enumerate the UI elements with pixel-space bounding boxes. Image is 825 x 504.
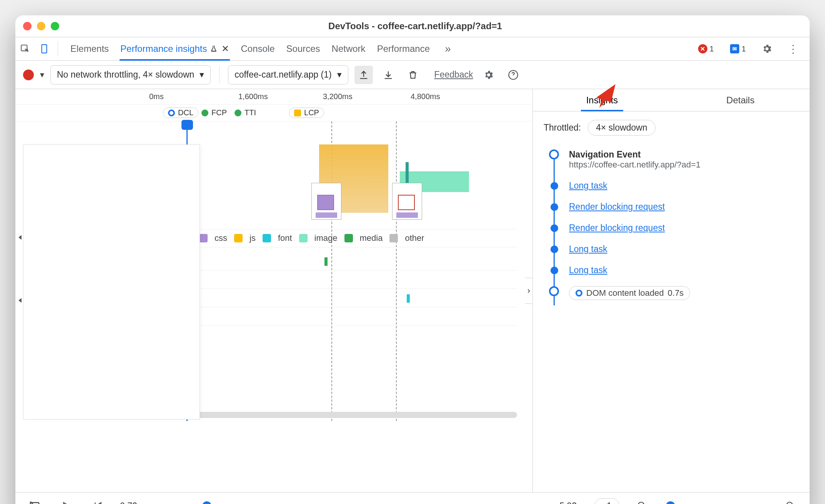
close-tab-icon[interactable]: ✕ <box>221 43 229 54</box>
filmstrip-preview <box>23 144 200 419</box>
inspect-element-icon[interactable] <box>15 37 35 61</box>
marker-tti[interactable]: TTI <box>235 108 261 118</box>
tab-sources[interactable]: Sources <box>286 37 321 60</box>
svg-point-4 <box>638 502 644 504</box>
marker-fcp[interactable]: FCP <box>201 108 231 118</box>
marker-lcp[interactable]: LCP <box>289 108 324 118</box>
legend-swatch-font <box>263 234 271 242</box>
total-time: 5.93s <box>559 501 581 504</box>
panel-settings-icon[interactable] <box>479 66 498 84</box>
sidebar-toggle[interactable]: › <box>525 278 533 304</box>
export-button[interactable] <box>354 66 373 84</box>
close-window-button[interactable] <box>23 22 32 30</box>
error-icon: ✕ <box>698 44 707 53</box>
insight-navigation-event[interactable]: Navigation Event https://coffee-cart.net… <box>548 144 802 175</box>
tab-network[interactable]: Network <box>331 37 366 60</box>
throttle-chip[interactable]: 4× slowdown <box>588 120 655 136</box>
window-titlebar: DevTools - coffee-cart.netlify.app/?ad=1 <box>15 15 810 37</box>
time-ruler[interactable]: 0ms 1,600ms 3,200ms 4,800ms <box>15 89 532 104</box>
feedback-link[interactable]: Feedback <box>434 70 473 80</box>
minimize-window-button[interactable] <box>37 22 45 30</box>
screenshot-thumb[interactable] <box>392 183 422 220</box>
settings-icon[interactable] <box>757 37 777 61</box>
help-icon[interactable] <box>504 66 522 84</box>
insight-item[interactable]: Long task <box>548 260 802 281</box>
window-title: DevTools - coffee-cart.netlify.app/?ad=1 <box>59 21 771 32</box>
current-time: 0.72s <box>120 501 141 504</box>
track-expand-icon[interactable] <box>18 298 22 303</box>
insight-item[interactable]: Render blocking request <box>548 217 802 239</box>
legend-swatch-css <box>199 234 208 242</box>
tab-details[interactable]: Details <box>671 89 810 111</box>
tab-performance-insights[interactable]: Performance insights ✕ <box>120 37 230 60</box>
timeline-pane[interactable]: 0ms 1,600ms 3,200ms 4,800ms DCL FCP TTI … <box>15 89 533 492</box>
legend-swatch-other <box>389 234 398 242</box>
more-tabs-icon[interactable]: » <box>438 37 457 61</box>
kebab-menu-icon[interactable]: ⋮ <box>783 37 803 61</box>
marker-dcl[interactable]: DCL <box>163 108 198 118</box>
insight-item[interactable]: Long task <box>548 175 802 196</box>
playback-bar: 0.72s 5.93s x1 <box>15 492 810 504</box>
sidebar-tabs: Insights Details <box>533 89 810 111</box>
track-expand-icon[interactable] <box>18 235 22 240</box>
traffic-lights <box>23 22 59 30</box>
resource-legend: css js font image media other <box>199 229 517 247</box>
metric-markers: DCL FCP TTI LCP <box>15 104 532 121</box>
legend-swatch-js <box>234 234 243 242</box>
experiment-icon <box>210 45 218 53</box>
zoom-out-icon[interactable] <box>633 497 651 504</box>
error-count[interactable]: ✕ 1 <box>694 43 719 54</box>
status-area: ✕ 1 ✉ 1 ⋮ <box>687 37 810 61</box>
insight-item[interactable]: Long task <box>548 239 802 260</box>
task-bar[interactable] <box>406 162 409 184</box>
insights-sidebar: Insights Details Throttled: 4× slowdown … <box>533 89 810 492</box>
tab-console[interactable]: Console <box>240 37 275 60</box>
import-button[interactable] <box>379 66 398 84</box>
tab-performance[interactable]: Performance <box>376 37 431 60</box>
throttle-status: Throttled: 4× slowdown <box>533 111 810 144</box>
recording-toolbar: ▾ No network throttling, 4× slowdown▾ co… <box>15 61 810 89</box>
legend-swatch-media <box>344 234 353 242</box>
insight-item[interactable]: Render blocking request <box>548 196 802 217</box>
playback-speed[interactable]: x1 <box>594 498 620 504</box>
svg-rect-1 <box>42 45 47 53</box>
message-icon: ✉ <box>730 44 739 53</box>
device-toggle-icon[interactable] <box>35 37 54 61</box>
throttling-select[interactable]: No network throttling, 4× slowdown▾ <box>50 65 211 85</box>
screenshot-thumb[interactable] <box>311 183 341 220</box>
tracks-area[interactable]: css js font image media other <box>15 121 532 421</box>
insights-timeline: Navigation Event https://coffee-cart.net… <box>533 144 810 492</box>
message-count[interactable]: ✉ 1 <box>725 43 750 54</box>
callout-arrow-icon <box>589 80 619 111</box>
network-tracks[interactable] <box>199 252 517 326</box>
record-options-chevron[interactable]: ▾ <box>40 70 44 80</box>
main-content: 0ms 1,600ms 3,200ms 4,800ms DCL FCP TTI … <box>15 89 810 492</box>
toggle-screenshots-icon[interactable] <box>25 497 44 504</box>
session-select[interactable]: coffee-cart.netlify.app (1)▾ <box>228 65 348 85</box>
tab-elements[interactable]: Elements <box>70 37 110 60</box>
svg-point-5 <box>787 502 792 504</box>
zoom-in-icon[interactable] <box>781 497 800 504</box>
record-button[interactable] <box>23 70 34 80</box>
delete-button[interactable] <box>404 66 422 84</box>
devtools-window: DevTools - coffee-cart.netlify.app/?ad=1… <box>15 15 810 504</box>
zoom-window-button[interactable] <box>51 22 59 30</box>
legend-swatch-image <box>299 234 308 242</box>
rewind-icon[interactable] <box>88 497 107 504</box>
play-icon[interactable] <box>57 497 75 504</box>
panel-tabs: Elements Performance insights ✕ Console … <box>62 37 438 60</box>
main-toolbar: Elements Performance insights ✕ Console … <box>15 37 810 61</box>
insight-dcl[interactable]: DOM content loaded 0.7s <box>548 281 802 305</box>
